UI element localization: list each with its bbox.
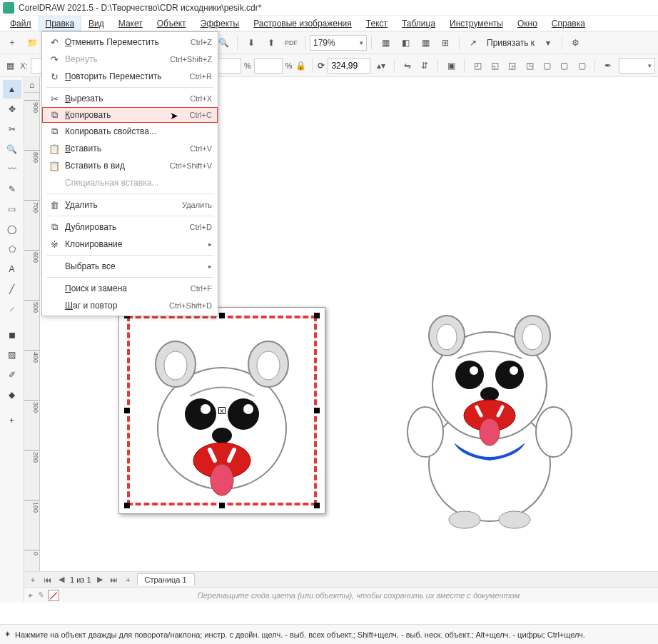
menu-table[interactable]: Таблица — [395, 16, 442, 31]
document-palette[interactable]: ▸ ✎ Перетащите сюда цвета (или объекты),… — [24, 587, 658, 603]
polygon-tool[interactable]: ⬠ — [3, 240, 21, 258]
connector-tool[interactable]: ⟋ — [3, 300, 21, 318]
ruler-corner[interactable]: ⌂ — [24, 77, 40, 93]
menu-window[interactable]: Окно — [510, 16, 545, 31]
zoom-value: 179% — [313, 38, 335, 48]
menu-file[interactable]: Файл — [3, 16, 39, 31]
sel-handle-bl[interactable] — [124, 503, 130, 508]
last-page-button[interactable]: ⏭ — [108, 574, 120, 585]
menu-layout[interactable]: Макет — [111, 16, 150, 31]
menu-item-шаг-и-повтор[interactable]: Шаг и повторCtrl+Shift+D — [42, 297, 218, 314]
sel-handle-br[interactable] — [314, 503, 320, 508]
crop-tool[interactable]: ✂ — [3, 120, 21, 139]
menu-edit[interactable]: Правка — [39, 16, 82, 31]
outline-pen-button[interactable]: ✒ — [601, 56, 615, 75]
align-7[interactable]: ▢ — [575, 56, 589, 75]
sel-handle-bc[interactable] — [219, 503, 225, 508]
menu-item-удалить[interactable]: 🗑УдалитьУдалить — [42, 196, 218, 213]
guides-button[interactable]: ⊞ — [436, 34, 455, 52]
menu-text[interactable]: Текст — [359, 16, 395, 31]
page-tab-1[interactable]: Страница 1 — [137, 573, 195, 585]
sel-handle-tr[interactable] — [314, 313, 320, 318]
lock-icon[interactable]: 🔒 — [295, 61, 306, 71]
menu-item-отменить-переместить[interactable]: ↶Отменить ПереместитьCtrl+Z — [42, 34, 218, 51]
dimension-tool[interactable]: ╱ — [3, 280, 21, 298]
transparency-tool[interactable]: ▨ — [3, 346, 21, 364]
shape-tool[interactable]: ✥ — [3, 100, 21, 119]
dropshadow-tool[interactable]: ◼ — [3, 326, 21, 344]
fill-tool[interactable]: ◆ — [3, 386, 21, 404]
menu-help[interactable]: Справка — [545, 16, 592, 31]
menu-item-повторить-переместить[interactable]: ↻Повторить ПереместитьCtrl+R — [42, 68, 218, 85]
menu-item-копировать[interactable]: ⧉КопироватьCtrl+C — [42, 107, 218, 123]
freehand-tool[interactable]: 〰 — [3, 160, 21, 178]
launch-button[interactable]: ↗ — [464, 34, 482, 52]
menu-item-вставить-в-вид[interactable]: 📋Вставить в видCtrl+Shift+V — [42, 157, 218, 174]
menu-item-icon: 📋 — [48, 144, 61, 154]
pdf-button[interactable]: PDF — [282, 34, 300, 52]
artistic-media-tool[interactable]: ✎ — [3, 180, 21, 198]
add-page-after-button[interactable]: + — [123, 574, 134, 585]
mirror-h-button[interactable]: ⇋ — [400, 56, 415, 75]
fullscreen-button[interactable]: ▦ — [376, 34, 395, 52]
menu-item-icon: 📋 — [48, 161, 61, 171]
pick-tool[interactable]: ▲ — [3, 80, 21, 99]
add-page-button[interactable]: + — [27, 574, 39, 585]
ellipse-tool[interactable]: ◯ — [3, 220, 21, 238]
menu-tools[interactable]: Инструменты — [442, 16, 510, 31]
menu-item-дублировать[interactable]: ⧉ДублироватьCtrl+D — [42, 218, 218, 236]
zoom-combo[interactable]: 179% — [310, 35, 367, 51]
prev-page-button[interactable]: ◀ — [56, 574, 67, 585]
order-front-button[interactable]: ▣ — [444, 56, 458, 75]
open-button[interactable]: 📁 — [23, 34, 41, 52]
palette-arrow-icon[interactable]: ▸ — [29, 590, 33, 600]
snap-label[interactable]: Привязать к — [484, 38, 537, 48]
angle-spinner[interactable]: ▴▾ — [373, 56, 388, 75]
add-tool[interactable]: + — [3, 411, 21, 430]
align-3[interactable]: ◲ — [505, 56, 520, 75]
next-page-button[interactable]: ▶ — [94, 574, 106, 585]
menu-effects[interactable]: Эффекты — [193, 16, 247, 31]
text-tool[interactable]: A — [3, 260, 21, 278]
menu-object[interactable]: Объект — [150, 16, 193, 31]
align-1[interactable]: ◰ — [470, 56, 485, 75]
eyedropper-tool[interactable]: ✐ — [3, 366, 21, 384]
sel-center[interactable]: ✕ — [218, 407, 226, 414]
menu-item-поиск-и-замена[interactable]: Поиск и заменаCtrl+F — [42, 280, 218, 297]
preview-button[interactable]: ◧ — [396, 34, 415, 52]
menu-bitmaps[interactable]: Растровые изображения — [246, 16, 359, 31]
ruler-vertical[interactable]: 9008007006005004003002001000 — [24, 93, 40, 571]
options-button[interactable]: ⚙ — [567, 34, 585, 52]
pixel-grid-button[interactable]: ▦ — [3, 56, 17, 75]
grid-button[interactable]: ▦ — [416, 34, 435, 52]
menu-view[interactable]: Вид — [81, 16, 111, 31]
scale-y-input[interactable] — [254, 58, 283, 74]
menu-item-выбрать-все[interactable]: Выбрать все▸ — [42, 258, 218, 275]
menu-item-копировать-свойства...[interactable]: ⧉Копировать свойства... — [42, 123, 218, 140]
snap-dropdown[interactable]: ▾ — [539, 34, 557, 52]
first-page-button[interactable]: ⏮ — [41, 574, 53, 585]
import-button[interactable]: ⬇ — [242, 34, 260, 52]
menu-item-вставить[interactable]: 📋ВставитьCtrl+V — [42, 140, 218, 157]
rectangle-tool[interactable]: ▭ — [3, 200, 21, 218]
new-button[interactable]: ＋ — [3, 34, 21, 52]
export-button[interactable]: ⬆ — [262, 34, 280, 52]
align-4[interactable]: ◳ — [522, 56, 537, 75]
sel-handle-ml[interactable] — [124, 408, 130, 413]
menu-item-label: Вернуть — [65, 54, 170, 64]
artwork-dog-head[interactable] — [147, 336, 297, 500]
zoom-tool[interactable]: 🔍 — [3, 140, 21, 159]
eyedropper-icon[interactable]: ✎ — [37, 590, 44, 600]
sel-handle-tc[interactable] — [219, 313, 225, 318]
align-2[interactable]: ◱ — [487, 56, 502, 75]
mirror-v-button[interactable]: ⇵ — [417, 56, 432, 75]
outline-width-combo[interactable] — [619, 58, 656, 74]
angle-input[interactable] — [328, 58, 370, 74]
align-5[interactable]: ▢ — [540, 56, 554, 75]
menu-item-вырезать[interactable]: ✂ВырезатьCtrl+X — [42, 90, 218, 107]
artwork-dog-full[interactable] — [390, 307, 589, 535]
align-6[interactable]: ▢ — [557, 56, 572, 75]
sel-handle-mr[interactable] — [314, 408, 320, 413]
no-fill-swatch[interactable] — [48, 590, 59, 601]
menu-item-клонирование[interactable]: ※Клонирование▸ — [42, 236, 218, 253]
